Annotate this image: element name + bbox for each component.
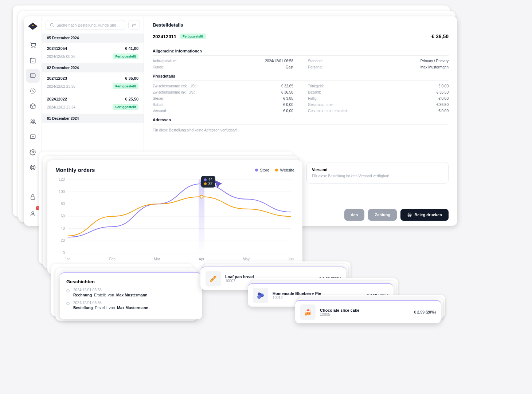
info-row: Auftragsdatum:2024/12/01 06:58 bbox=[153, 58, 293, 64]
order-status: Fertiggestellt bbox=[113, 83, 138, 89]
order-list-item[interactable]: 202412022€ 25,50 2024/12/02 23:34Fertigg… bbox=[42, 93, 144, 114]
story-card: Geschichten 2024/12/01 06:58 Rechnung Er… bbox=[60, 272, 202, 319]
chart-plot[interactable]: 020406080100120JanFebMarAprMayJun 4432 bbox=[55, 176, 294, 263]
svg-point-25 bbox=[50, 23, 53, 26]
svg-line-22 bbox=[31, 168, 32, 169]
nav-settings[interactable] bbox=[26, 145, 40, 159]
nav-calendar[interactable]: 12 bbox=[26, 54, 40, 67]
detail-total: € 36,50 bbox=[431, 34, 449, 39]
svg-point-13 bbox=[33, 120, 35, 122]
section-price-title: Preisdetails bbox=[153, 70, 449, 81]
svg-point-54 bbox=[200, 195, 203, 198]
svg-line-26 bbox=[53, 26, 54, 27]
order-list-item[interactable]: 202412054€ 41,00 2024/12/05 00:26Fertigg… bbox=[42, 43, 144, 63]
info-row: Steuer:€ 3,85 bbox=[153, 95, 293, 102]
svg-text:Apr: Apr bbox=[199, 257, 204, 261]
nav-clock[interactable] bbox=[26, 84, 40, 98]
svg-rect-14 bbox=[30, 135, 35, 139]
order-price: € 25,50 bbox=[125, 97, 138, 101]
product-image: 🍰 bbox=[300, 304, 316, 320]
svg-text:Jan: Jan bbox=[65, 257, 71, 261]
filter-button[interactable] bbox=[128, 20, 140, 30]
story-title: Geschichten bbox=[66, 279, 195, 284]
shipping-title: Versand bbox=[312, 168, 443, 172]
detail-status: Fertiggestellt bbox=[180, 34, 206, 39]
story-item: 2024/12/01 06:58 Bestellung Erstellt von… bbox=[66, 301, 195, 310]
timeline-dot-icon bbox=[66, 289, 70, 292]
order-status: Fertiggestellt bbox=[113, 104, 138, 110]
svg-text:Feb: Feb bbox=[109, 257, 116, 261]
search-input[interactable]: Suche nach Bestellung, Kunde und ... bbox=[46, 20, 125, 30]
info-row: Zwischensumme inkl. USt.:€ 36,50 bbox=[153, 89, 293, 95]
logo bbox=[28, 21, 38, 31]
detail-title: Bestelldetails bbox=[153, 22, 449, 28]
chart-card: Monthly orders StoreWebsite 020406080100… bbox=[47, 160, 302, 274]
svg-text:100: 100 bbox=[59, 190, 65, 194]
product-price: € 2,59 (20%) bbox=[414, 310, 436, 314]
product-image: 🥖 bbox=[206, 271, 221, 286]
search-placeholder: Suche nach Bestellung, Kunde und ... bbox=[56, 23, 121, 27]
chart-legend: StoreWebsite bbox=[255, 168, 294, 172]
svg-text:0: 0 bbox=[63, 251, 65, 255]
svg-point-0 bbox=[32, 47, 32, 48]
nav-help[interactable] bbox=[26, 161, 40, 174]
nav-cart[interactable] bbox=[26, 38, 40, 52]
nav-profile[interactable] bbox=[26, 207, 40, 221]
svg-rect-7 bbox=[30, 74, 35, 78]
chart-title: Monthly orders bbox=[55, 167, 95, 173]
svg-text:40: 40 bbox=[61, 226, 65, 231]
order-price: € 41,00 bbox=[125, 46, 138, 51]
svg-point-15 bbox=[32, 136, 33, 137]
nav-package[interactable] bbox=[26, 99, 40, 113]
detail-order-no: 202412011 bbox=[153, 34, 176, 39]
svg-text:120: 120 bbox=[59, 177, 65, 181]
product-name: Chocolate slice cake bbox=[320, 308, 410, 312]
date-header: 05 December 2024 bbox=[42, 34, 144, 43]
svg-text:80: 80 bbox=[61, 202, 65, 206]
svg-text:20: 20 bbox=[61, 239, 65, 243]
addresses-empty: Für diese Bestellung sind keine Adressen… bbox=[153, 127, 449, 135]
order-id: 202412054 bbox=[47, 46, 67, 51]
product-sku: 10005 bbox=[320, 312, 410, 316]
order-time: 2024/12/02 23:36 bbox=[47, 84, 75, 88]
chart-tooltip: 4432 bbox=[201, 176, 215, 188]
shipping-empty: Für diese Bestellung ist kein Versand ve… bbox=[312, 174, 443, 178]
order-time: 2024/12/05 00:26 bbox=[47, 55, 75, 59]
section-general-title: Allgemeine Informationen bbox=[153, 45, 449, 56]
svg-line-21 bbox=[34, 168, 35, 169]
info-row: Standort:Primary / Primary bbox=[308, 58, 449, 64]
info-row: Gesamtsumme:€ 36,50 bbox=[308, 102, 449, 108]
nav-users[interactable] bbox=[26, 115, 40, 129]
info-row: Trinkgeld:€ 0,00 bbox=[308, 83, 449, 89]
info-row: Versand:€ 0,00 bbox=[153, 108, 293, 114]
info-row: Zwischensumme exkl. USt.:€ 32,65 bbox=[153, 83, 293, 89]
info-row: Gesamtsumme erstattet:€ 0,00 bbox=[308, 108, 449, 114]
svg-text:12: 12 bbox=[32, 60, 34, 63]
order-id: 202412022 bbox=[47, 97, 67, 101]
search-icon bbox=[50, 23, 54, 27]
svg-point-18 bbox=[32, 166, 34, 169]
svg-text:60: 60 bbox=[61, 214, 65, 218]
svg-point-16 bbox=[32, 151, 34, 153]
story-item: 2024/12/01 06:58 Rechnung Erstellt von M… bbox=[66, 288, 195, 297]
order-id: 202412023 bbox=[47, 76, 67, 80]
svg-point-12 bbox=[31, 120, 32, 122]
product-image: 🫐 bbox=[253, 288, 268, 303]
info-row: Personal:Max Mustermann bbox=[308, 64, 449, 70]
svg-rect-46 bbox=[199, 180, 204, 253]
order-time: 2024/12/02 23:34 bbox=[47, 105, 75, 109]
timeline-dot-icon bbox=[66, 302, 70, 305]
nav-display[interactable] bbox=[26, 130, 40, 144]
nav-lock[interactable] bbox=[26, 190, 40, 204]
svg-rect-23 bbox=[31, 197, 35, 200]
nav-orders[interactable] bbox=[26, 69, 40, 83]
date-header: 01 December 2024 bbox=[42, 114, 144, 123]
date-header: 02 December 2024 bbox=[42, 63, 144, 72]
order-list-item[interactable]: 202412023€ 35,00 2024/12/02 23:36Fertigg… bbox=[42, 72, 144, 93]
cursor-icon bbox=[214, 180, 453, 267]
order-price: € 35,00 bbox=[125, 76, 138, 80]
section-addresses-title: Adressen bbox=[153, 114, 449, 125]
info-row: Rabatt:€ 0,00 bbox=[153, 102, 293, 108]
product-card[interactable]: 🍰 Chocolate slice cake 10005 € 2,59 (20%… bbox=[295, 300, 441, 323]
svg-point-1 bbox=[35, 47, 35, 48]
